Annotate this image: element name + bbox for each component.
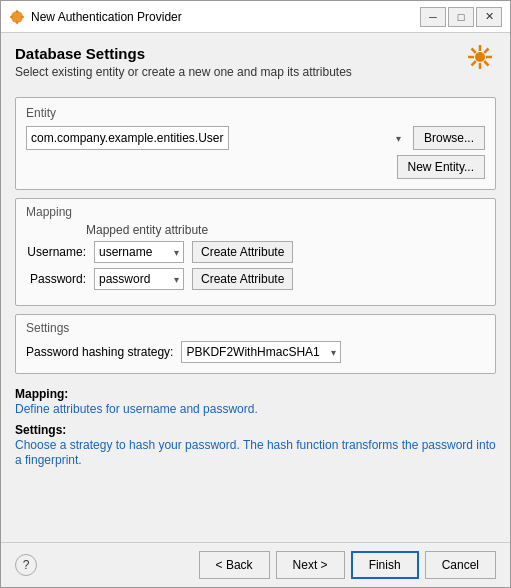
username-mapping-row: Username: usernameemailid Create Attribu… xyxy=(26,241,485,263)
mapping-info-text: Define attributes for username and passw… xyxy=(15,402,258,416)
svg-point-13 xyxy=(475,52,485,62)
settings-info-block: Settings: Choose a strategy to hash your… xyxy=(15,422,496,467)
password-create-attribute-button[interactable]: Create Attribute xyxy=(192,268,293,290)
username-label: Username: xyxy=(26,245,86,259)
mapping-section: Mapping Mapped entity attribute Username… xyxy=(15,198,496,306)
mapping-info-title: Mapping: xyxy=(15,387,68,401)
hashing-row: Password hashing strategy: PBKDF2WithHma… xyxy=(26,341,485,363)
footer: ? < Back Next > Finish Cancel xyxy=(1,542,510,587)
page-title: Database Settings xyxy=(15,45,352,62)
mapping-info-block: Mapping: Define attributes for username … xyxy=(15,386,496,416)
finish-button[interactable]: Finish xyxy=(351,551,419,579)
password-mapping-row: Password: passwordpwdpass Create Attribu… xyxy=(26,268,485,290)
window: New Authentication Provider ─ □ ✕ Databa… xyxy=(0,0,511,588)
settings-info-text: Choose a strategy to hash your password.… xyxy=(15,438,496,467)
settings-section-label: Settings xyxy=(26,321,485,335)
restore-button[interactable]: □ xyxy=(448,7,474,27)
new-entity-button[interactable]: New Entity... xyxy=(397,155,485,179)
settings-info-title: Settings: xyxy=(15,423,66,437)
footer-buttons: < Back Next > Finish Cancel xyxy=(199,551,496,579)
cancel-button[interactable]: Cancel xyxy=(425,551,496,579)
close-button[interactable]: ✕ xyxy=(476,7,502,27)
password-label: Password: xyxy=(26,272,86,286)
settings-section: Settings Password hashing strategy: PBKD… xyxy=(15,314,496,374)
window-title: New Authentication Provider xyxy=(31,10,414,24)
hashing-label: Password hashing strategy: xyxy=(26,345,173,359)
svg-line-12 xyxy=(472,49,476,53)
svg-line-10 xyxy=(472,61,476,65)
username-select-wrapper: usernameemailid xyxy=(94,241,184,263)
username-create-attribute-button[interactable]: Create Attribute xyxy=(192,241,293,263)
minimize-button[interactable]: ─ xyxy=(420,7,446,27)
browse-button[interactable]: Browse... xyxy=(413,126,485,150)
page-subtitle: Select existing entity or create a new o… xyxy=(15,65,352,79)
password-select[interactable]: passwordpwdpass xyxy=(94,268,184,290)
app-icon xyxy=(9,9,25,25)
entity-section: Entity com.company.example.entities.User… xyxy=(15,97,496,190)
svg-line-8 xyxy=(484,61,488,65)
next-button[interactable]: Next > xyxy=(276,551,345,579)
username-select[interactable]: usernameemailid xyxy=(94,241,184,263)
main-content: Database Settings Select existing entity… xyxy=(1,33,510,542)
info-section: Mapping: Define attributes for username … xyxy=(15,382,496,534)
entity-select[interactable]: com.company.example.entities.User xyxy=(26,126,229,150)
mapping-section-label: Mapping xyxy=(26,205,485,219)
header-text: Database Settings Select existing entity… xyxy=(15,45,352,79)
entity-section-label: Entity xyxy=(26,106,485,120)
page-header: Database Settings Select existing entity… xyxy=(15,45,496,89)
hashing-select-wrapper: PBKDF2WithHmacSHA1BCryptSHA256MD5 xyxy=(181,341,341,363)
svg-line-6 xyxy=(484,49,488,53)
logo-icon xyxy=(448,45,496,89)
entity-select-wrapper: com.company.example.entities.User xyxy=(26,126,407,150)
mapped-attr-col-label: Mapped entity attribute xyxy=(86,223,485,237)
title-bar: New Authentication Provider ─ □ ✕ xyxy=(1,1,510,33)
entity-input-row: com.company.example.entities.User Browse… xyxy=(26,126,485,150)
password-select-wrapper: passwordpwdpass xyxy=(94,268,184,290)
back-button[interactable]: < Back xyxy=(199,551,270,579)
hashing-select[interactable]: PBKDF2WithHmacSHA1BCryptSHA256MD5 xyxy=(181,341,341,363)
help-button[interactable]: ? xyxy=(15,554,37,576)
window-controls: ─ □ ✕ xyxy=(420,7,502,27)
